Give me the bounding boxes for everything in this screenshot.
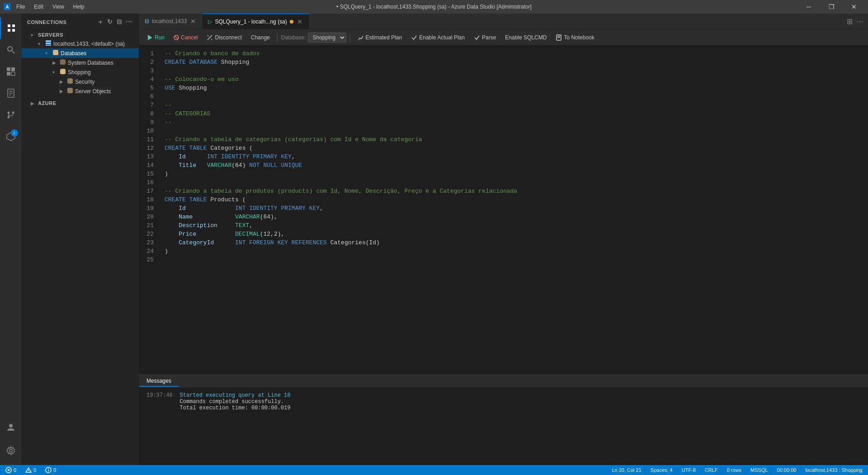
status-warnings[interactable]: 0 bbox=[24, 467, 38, 473]
refresh-button[interactable]: ↻ bbox=[106, 17, 114, 27]
server-objects-item[interactable]: ▶ Server Objects bbox=[22, 86, 139, 96]
tab-query[interactable]: ▷ SQLQuery_1 - localh...ng (sa) ✕ bbox=[203, 14, 309, 29]
code-editor[interactable]: 1234567891011121314151617181920212223242… bbox=[139, 46, 868, 375]
rows-text: 0 rows bbox=[727, 467, 741, 473]
activity-settings[interactable] bbox=[0, 440, 22, 461]
activity-connections[interactable] bbox=[0, 17, 22, 39]
time-text: 00:00:00 bbox=[777, 467, 797, 473]
status-server[interactable]: localhost,1433 : Shopping bbox=[803, 467, 864, 473]
system-databases-item[interactable]: ▶ System Databases bbox=[22, 58, 139, 67]
servers-chevron: ▾ bbox=[31, 33, 36, 38]
split-editor-button[interactable]: ⊞ bbox=[846, 16, 854, 27]
status-time[interactable]: 00:00:00 bbox=[775, 467, 798, 473]
parse-button[interactable]: Parse bbox=[470, 33, 500, 42]
status-encoding[interactable]: UTF-8 bbox=[680, 467, 698, 473]
activity-bar: 1 bbox=[0, 14, 22, 465]
svg-rect-21 bbox=[46, 40, 51, 42]
tab-bar: ⊟ localhost,1433 ✕ ▷ SQLQuery_1 - localh… bbox=[139, 14, 868, 29]
message-text-block: Started executing query at Line 18 Comma… bbox=[180, 392, 291, 411]
toolbar-separator bbox=[277, 33, 278, 42]
status-errors[interactable]: 0 bbox=[4, 467, 18, 473]
window-controls: ─ ❐ ✕ bbox=[798, 0, 864, 14]
error-count: 0 bbox=[14, 467, 16, 473]
serverobj-folder-icon bbox=[67, 87, 73, 95]
shoppingdb-label: Shopping bbox=[68, 69, 91, 76]
svg-line-29 bbox=[211, 39, 212, 40]
serverobj-label: Server Objects bbox=[75, 88, 111, 95]
run-button[interactable]: Run bbox=[143, 33, 168, 42]
activity-extensions[interactable] bbox=[0, 61, 22, 82]
menu-edit[interactable]: Edit bbox=[32, 3, 45, 11]
activity-account[interactable] bbox=[0, 416, 22, 438]
code-content[interactable]: -- Criando o banco de dadosCREATE DATABA… bbox=[157, 46, 868, 375]
tab-query-close[interactable]: ✕ bbox=[296, 18, 303, 25]
window-title: • SQLQuery_1 - localhost,1433.Shopping (… bbox=[336, 4, 532, 10]
new-connection-button[interactable]: ＋ bbox=[96, 17, 105, 27]
security-item[interactable]: ▶ Security bbox=[22, 77, 139, 86]
shopping-db-item[interactable]: ▾ Shopping bbox=[22, 67, 139, 77]
message-line3: Total execution time: 00:00:00.019 bbox=[180, 405, 291, 411]
cancel-button[interactable]: Cancel bbox=[170, 33, 201, 42]
maximize-button[interactable]: ❐ bbox=[821, 0, 842, 14]
statusbar-left: 0 0 0 bbox=[4, 467, 58, 473]
databases-folder[interactable]: ▾ Databases bbox=[22, 48, 139, 58]
databases-label: Databases bbox=[61, 50, 86, 57]
to-notebook-button[interactable]: To Notebook bbox=[552, 33, 598, 42]
menu-file[interactable]: File bbox=[14, 3, 27, 11]
status-spaces[interactable]: Spaces: 4 bbox=[649, 467, 675, 473]
tab-overflow-button[interactable]: ⋯ bbox=[855, 16, 864, 27]
svg-line-5 bbox=[12, 51, 14, 53]
menu-help[interactable]: Help bbox=[71, 3, 86, 11]
tab-localhost[interactable]: ⊟ localhost,1433 ✕ bbox=[139, 14, 203, 29]
database-selector[interactable]: Shopping bbox=[308, 33, 346, 43]
collapse-button[interactable]: ⊟ bbox=[116, 17, 123, 27]
servers-header[interactable]: ▾ SERVERS bbox=[22, 31, 139, 39]
close-button[interactable]: ✕ bbox=[844, 0, 864, 14]
activity-extensions2[interactable]: 1 bbox=[0, 126, 22, 147]
activity-notebooks[interactable] bbox=[0, 82, 22, 104]
svg-rect-2 bbox=[8, 29, 10, 32]
change-button[interactable]: Change bbox=[247, 33, 274, 42]
activity-git[interactable] bbox=[0, 104, 22, 126]
svg-point-20 bbox=[9, 449, 12, 452]
status-info[interactable]: 0 bbox=[43, 467, 58, 473]
activity-search[interactable] bbox=[0, 39, 22, 61]
status-rows[interactable]: 0 rows bbox=[725, 467, 743, 473]
toolbar-separator2 bbox=[350, 33, 350, 42]
svg-rect-23 bbox=[46, 45, 51, 46]
database-label: Database: bbox=[281, 34, 306, 41]
editor-area: 1234567891011121314151617181920212223242… bbox=[139, 46, 868, 465]
message-line2: Commands completed successfully. bbox=[180, 399, 291, 405]
svg-marker-24 bbox=[148, 35, 152, 40]
more-options-button[interactable]: ⋯ bbox=[125, 17, 133, 27]
svg-rect-8 bbox=[7, 72, 10, 76]
enable-actual-plan-button[interactable]: Enable Actual Plan bbox=[407, 33, 468, 42]
titlebar: A File Edit View Help • SQLQuery_1 - loc… bbox=[0, 0, 868, 14]
enable-sqlcmd-button[interactable]: Enable SQLCMD bbox=[501, 33, 550, 42]
disconnect-button[interactable]: Disconnect bbox=[203, 33, 245, 42]
svg-point-14 bbox=[7, 112, 9, 114]
svg-point-40 bbox=[48, 468, 49, 469]
sidebar: CONNECTIONS ＋ ↻ ⊟ ⋯ ▾ SERVERS ▾ bbox=[22, 14, 139, 465]
azure-header[interactable]: ▶ AZURE bbox=[22, 100, 139, 107]
databases-folder-icon bbox=[52, 49, 59, 57]
svg-point-15 bbox=[12, 112, 14, 114]
query-toolbar: Run Cancel Disconnect Change Database: S… bbox=[139, 29, 868, 46]
position-text: Ln 20, Col 21 bbox=[612, 467, 641, 473]
status-dialect[interactable]: MSSQL bbox=[749, 467, 770, 473]
server-item[interactable]: ▾ localhost,1433, <default> (sa) bbox=[22, 39, 139, 48]
results-panel: Messages 19:37:46 Started executing quer… bbox=[139, 375, 868, 465]
minimize-button[interactable]: ─ bbox=[798, 0, 819, 14]
status-position[interactable]: Ln 20, Col 21 bbox=[610, 467, 643, 473]
estimated-plan-button[interactable]: Estimated Plan bbox=[354, 33, 406, 42]
sysdb-folder-icon bbox=[60, 59, 66, 66]
tab-localhost-close[interactable]: ✕ bbox=[189, 18, 197, 25]
results-tab-bar: Messages bbox=[139, 375, 868, 388]
tab-modified-dot bbox=[290, 20, 293, 24]
menu-view[interactable]: View bbox=[51, 3, 66, 11]
messages-tab[interactable]: Messages bbox=[139, 376, 179, 387]
sidebar-title: CONNECTIONS bbox=[27, 19, 66, 25]
security-folder-icon bbox=[67, 78, 73, 86]
status-line-ending[interactable]: CRLF bbox=[703, 467, 720, 473]
message-line1: Started executing query at Line 18 bbox=[180, 392, 291, 399]
